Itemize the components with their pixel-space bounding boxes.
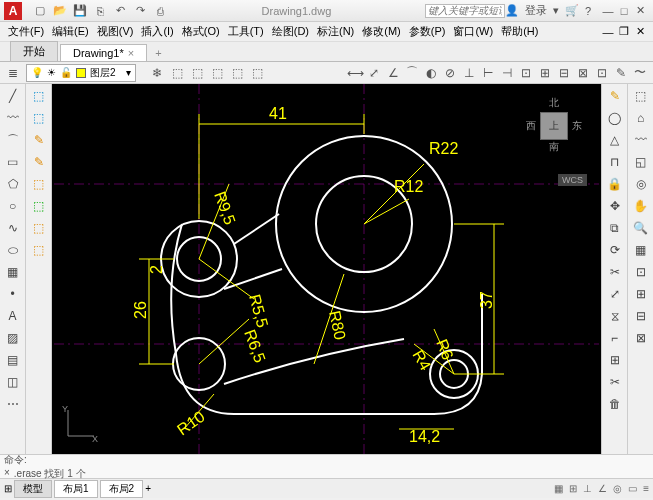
- tab-drawing[interactable]: Drawing1*×: [60, 44, 147, 61]
- nav-icon[interactable]: ⬚: [631, 86, 651, 106]
- command-line[interactable]: 命令: ×.erase 找到 1 个: [0, 454, 653, 478]
- menu-file[interactable]: 文件(F): [6, 24, 46, 39]
- dim-angular-icon[interactable]: ∠: [384, 64, 402, 82]
- region-tool-icon[interactable]: ▨: [3, 328, 23, 348]
- layer-tool-icon[interactable]: ⬚: [188, 64, 206, 82]
- menu-dim[interactable]: 标注(N): [315, 24, 356, 39]
- dim-tool-icon[interactable]: 〜: [631, 64, 649, 82]
- menu-window[interactable]: 窗口(W): [451, 24, 495, 39]
- status-toggle-icon[interactable]: ⊥: [583, 483, 592, 494]
- block-tool-icon[interactable]: ◫: [3, 372, 23, 392]
- tab-layout2[interactable]: 布局2: [100, 480, 144, 498]
- annot-tool-icon[interactable]: ⬚: [29, 240, 49, 260]
- dim-tool-icon[interactable]: ⊡: [517, 64, 535, 82]
- menu-edit[interactable]: 编辑(E): [50, 24, 91, 39]
- point-tool-icon[interactable]: •: [3, 284, 23, 304]
- annot-tool-icon[interactable]: ⬚: [29, 218, 49, 238]
- dim-tool-icon[interactable]: ⊠: [574, 64, 592, 82]
- annot-tool-icon[interactable]: ⬚: [29, 86, 49, 106]
- saveall-icon[interactable]: ⎘: [92, 3, 108, 19]
- layer-tool-icon[interactable]: ⬚: [208, 64, 226, 82]
- lock-icon[interactable]: 🔒: [605, 174, 625, 194]
- menu-format[interactable]: 格式(O): [180, 24, 222, 39]
- ellipse-tool-icon[interactable]: ⬭: [3, 240, 23, 260]
- mirror-icon[interactable]: ⧖: [605, 306, 625, 326]
- viewcube-top[interactable]: 上: [540, 112, 568, 140]
- annot-tool-icon[interactable]: ✎: [29, 152, 49, 172]
- scale-icon[interactable]: ⤢: [605, 284, 625, 304]
- plot-icon[interactable]: ⎙: [152, 3, 168, 19]
- annot-tool-icon[interactable]: ⬚: [29, 108, 49, 128]
- menu-param[interactable]: 参数(P): [407, 24, 448, 39]
- array-icon[interactable]: ⊞: [605, 350, 625, 370]
- xref-icon[interactable]: ⊠: [631, 328, 651, 348]
- doc-close-icon[interactable]: ✕: [633, 25, 647, 39]
- spline-tool-icon[interactable]: ∿: [3, 218, 23, 238]
- minimize-icon[interactable]: —: [601, 4, 615, 18]
- dim-radius-icon[interactable]: ◐: [422, 64, 440, 82]
- status-toggle-icon[interactable]: ∠: [598, 483, 607, 494]
- layer-dropdown[interactable]: 💡 ☀ 🔓 图层2 ▾: [26, 64, 136, 82]
- viewcube-east[interactable]: 东: [572, 119, 582, 133]
- status-toggle-icon[interactable]: ◎: [613, 483, 622, 494]
- dim-tool-icon[interactable]: ⊡: [593, 64, 611, 82]
- dim-tool-icon[interactable]: ⊟: [555, 64, 573, 82]
- redo-icon[interactable]: ↷: [132, 3, 148, 19]
- constr-icon[interactable]: ⊡: [631, 262, 651, 282]
- annot-tool-icon[interactable]: ⬚: [29, 174, 49, 194]
- hatch-tool-icon[interactable]: ▦: [3, 262, 23, 282]
- annot-tool-icon[interactable]: ⬚: [29, 196, 49, 216]
- orbit-icon[interactable]: ◎: [631, 174, 651, 194]
- fillet-icon[interactable]: ⌐: [605, 328, 625, 348]
- annot-tool-icon[interactable]: ✎: [29, 130, 49, 150]
- new-icon[interactable]: ▢: [32, 3, 48, 19]
- tab-close-icon[interactable]: ×: [128, 47, 134, 59]
- mod-icon[interactable]: ⊓: [605, 152, 625, 172]
- layer-tool-icon[interactable]: ❄: [148, 64, 166, 82]
- tab-add-layout[interactable]: +: [145, 483, 151, 494]
- dim-arc-icon[interactable]: ⌒: [403, 64, 421, 82]
- pencil-icon[interactable]: ✎: [605, 86, 625, 106]
- dim-diameter-icon[interactable]: ⊘: [441, 64, 459, 82]
- grid-icon[interactable]: ▦: [631, 240, 651, 260]
- menu-tools[interactable]: 工具(T): [226, 24, 266, 39]
- menu-view[interactable]: 视图(V): [95, 24, 136, 39]
- scissors-icon[interactable]: ✂: [605, 372, 625, 392]
- trim-icon[interactable]: ✂: [605, 262, 625, 282]
- view-cube[interactable]: 北 西 上 东 南: [519, 96, 589, 166]
- dim-tool-icon[interactable]: ✎: [612, 64, 630, 82]
- table-tool-icon[interactable]: ▤: [3, 350, 23, 370]
- viewcube-west[interactable]: 西: [526, 119, 536, 133]
- menu-help[interactable]: 帮助(H): [499, 24, 540, 39]
- pulse-icon[interactable]: 〰: [631, 130, 651, 150]
- arc-tool-icon[interactable]: ⌒: [3, 130, 23, 150]
- layer-props-icon[interactable]: ≣: [4, 64, 22, 82]
- copy-icon[interactable]: ⧉: [605, 218, 625, 238]
- tab-layout1[interactable]: 布局1: [54, 480, 98, 498]
- status-toggle-icon[interactable]: ▦: [554, 483, 563, 494]
- dim-ord-icon[interactable]: ⊥: [460, 64, 478, 82]
- wcs-badge[interactable]: WCS: [558, 174, 587, 186]
- menu-insert[interactable]: 插入(I): [139, 24, 175, 39]
- drawing-canvas[interactable]: 41 R22 R12 R9,5 R5,5 R6,5 R80 R4 R6 R10 …: [52, 84, 601, 454]
- dropdown-icon[interactable]: ▾: [553, 4, 559, 17]
- help-icon[interactable]: ?: [585, 5, 591, 17]
- polygon-tool-icon[interactable]: ⬠: [3, 174, 23, 194]
- layer-tool-icon[interactable]: ⬚: [248, 64, 266, 82]
- line-tool-icon[interactable]: ╱: [3, 86, 23, 106]
- cube-icon[interactable]: ◱: [631, 152, 651, 172]
- layout-grip-icon[interactable]: ⊞: [4, 483, 12, 494]
- cart-icon[interactable]: 🛒: [565, 4, 579, 17]
- status-toggle-icon[interactable]: ⊞: [569, 483, 577, 494]
- app-logo[interactable]: A: [4, 2, 22, 20]
- pan-icon[interactable]: ✋: [631, 196, 651, 216]
- open-icon[interactable]: 📂: [52, 3, 68, 19]
- pline-tool-icon[interactable]: 〰: [3, 108, 23, 128]
- tab-start[interactable]: 开始: [10, 41, 58, 61]
- more-tool-icon[interactable]: ⋯: [3, 394, 23, 414]
- dim-tool-icon[interactable]: ⊞: [536, 64, 554, 82]
- save-icon[interactable]: 💾: [72, 3, 88, 19]
- close-icon[interactable]: ✕: [633, 4, 647, 18]
- tab-model[interactable]: 模型: [14, 480, 52, 498]
- doc-minimize-icon[interactable]: —: [601, 25, 615, 39]
